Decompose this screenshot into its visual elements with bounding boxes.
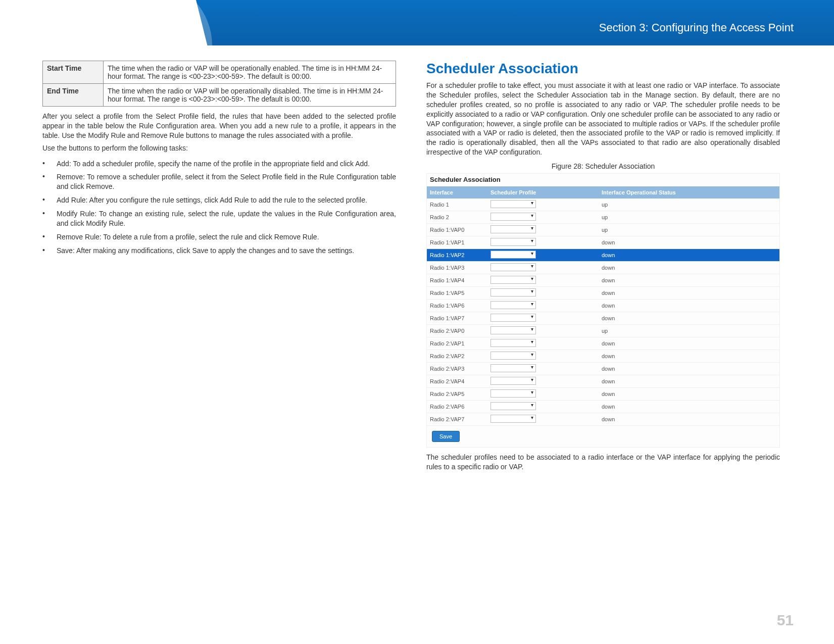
- col-interface: Interface: [430, 189, 490, 195]
- profile-dropdown[interactable]: [490, 364, 536, 372]
- profile-dropdown[interactable]: [490, 213, 536, 221]
- profile-dropdown[interactable]: [490, 276, 536, 284]
- profile-cell: [490, 276, 602, 285]
- profile-cell: [490, 339, 602, 348]
- col-scheduler-profile: Scheduler Profile: [490, 189, 602, 195]
- col-operational-status: Interface Operational Status: [602, 189, 776, 195]
- status-cell: up: [602, 214, 776, 220]
- profile-dropdown[interactable]: [490, 389, 536, 398]
- bullet-icon: •: [42, 172, 47, 191]
- status-cell: down: [602, 391, 776, 397]
- profile-dropdown[interactable]: [490, 339, 536, 347]
- list-item: •Remove: To remove a scheduler profile, …: [42, 170, 396, 193]
- status-cell: down: [602, 252, 776, 258]
- task-text: Remove: To remove a scheduler profile, s…: [57, 172, 396, 191]
- profile-dropdown[interactable]: [490, 402, 536, 410]
- scheduler-row[interactable]: Radio 2:VAP6down: [427, 401, 779, 413]
- status-cell: down: [602, 366, 776, 372]
- profile-dropdown[interactable]: [490, 225, 536, 233]
- scheduler-row[interactable]: Radio 1:VAP7down: [427, 312, 779, 325]
- profile-dropdown[interactable]: [490, 200, 536, 208]
- scheduler-row[interactable]: Radio 2up: [427, 211, 779, 224]
- status-cell: down: [602, 315, 776, 321]
- profile-dropdown[interactable]: [490, 415, 536, 423]
- scheduler-row[interactable]: Radio 1:VAP1down: [427, 236, 779, 249]
- table-row: Start Time The time when the radio or VA…: [43, 61, 396, 84]
- status-cell: down: [602, 378, 776, 384]
- scheduler-row[interactable]: Radio 2:VAP2down: [427, 350, 779, 363]
- figure-heading: Scheduler Association: [430, 176, 779, 183]
- bullet-icon: •: [42, 195, 47, 205]
- profile-dropdown[interactable]: [490, 251, 536, 259]
- iface-cell: Radio 1: [430, 202, 490, 208]
- save-button[interactable]: Save: [432, 431, 460, 442]
- profile-cell: [490, 225, 602, 234]
- status-cell: down: [602, 290, 776, 296]
- task-text: Add Rule: After you configure the rule s…: [57, 195, 396, 205]
- status-cell: down: [602, 277, 776, 283]
- profile-cell: [490, 377, 602, 386]
- right-paragraph-2: The scheduler profiles need to be associ…: [426, 453, 780, 472]
- table-row: End Time The time when the radio or VAP …: [43, 84, 396, 107]
- status-cell: down: [602, 353, 776, 359]
- profile-dropdown[interactable]: [490, 301, 536, 309]
- profile-cell: [490, 288, 602, 298]
- scheduler-row[interactable]: Radio 2:VAP3down: [427, 363, 779, 375]
- profile-dropdown[interactable]: [490, 238, 536, 246]
- profile-cell: [490, 352, 602, 361]
- iface-cell: Radio 2:VAP7: [430, 416, 490, 422]
- left-paragraph-2: Use the buttons to perform the following…: [42, 143, 396, 153]
- scheduler-row[interactable]: Radio 2:VAP4down: [427, 375, 779, 388]
- iface-cell: Radio 1:VAP3: [430, 265, 490, 271]
- scheduler-row[interactable]: Radio 1:VAP3down: [427, 262, 779, 274]
- row-name: End Time: [43, 84, 104, 107]
- scheduler-row[interactable]: Radio 2:VAP0up: [427, 325, 779, 337]
- profile-cell: [490, 326, 602, 335]
- profile-dropdown[interactable]: [490, 263, 536, 271]
- right-paragraph-1: For a scheduler profile to take effect, …: [426, 81, 780, 157]
- scheduler-row[interactable]: Radio 1:VAP0up: [427, 224, 779, 236]
- iface-cell: Radio 2:VAP2: [430, 353, 490, 359]
- profile-dropdown[interactable]: [490, 288, 536, 296]
- status-cell: up: [602, 202, 776, 208]
- page-number: 51: [777, 612, 794, 629]
- profile-dropdown[interactable]: [490, 314, 536, 322]
- profile-dropdown[interactable]: [490, 326, 536, 334]
- profile-cell: [490, 415, 602, 424]
- iface-cell: Radio 2:VAP3: [430, 366, 490, 372]
- status-cell: down: [602, 404, 776, 410]
- task-text: Add: To add a scheduler profile, specify…: [57, 159, 396, 169]
- iface-cell: Radio 2:VAP4: [430, 378, 490, 384]
- iface-cell: Radio 2:VAP0: [430, 328, 490, 334]
- profile-cell: [490, 364, 602, 373]
- scheduler-row[interactable]: Radio 1:VAP6down: [427, 300, 779, 312]
- profile-dropdown[interactable]: [490, 352, 536, 360]
- task-text: Remove Rule: To delete a rule from a pro…: [57, 232, 396, 242]
- iface-cell: Radio 2:VAP5: [430, 391, 490, 397]
- section-title: Section 3: Configuring the Access Point: [599, 21, 794, 34]
- profile-cell: [490, 389, 602, 399]
- profile-dropdown[interactable]: [490, 377, 536, 385]
- left-column: Start Time The time when the radio or VA…: [42, 61, 396, 472]
- scheduler-row[interactable]: Radio 1:VAP2down: [427, 249, 779, 262]
- scheduler-row[interactable]: Radio 1:VAP4down: [427, 274, 779, 287]
- iface-cell: Radio 1:VAP2: [430, 252, 490, 258]
- scheduler-row[interactable]: Radio 1:VAP5down: [427, 287, 779, 300]
- scheduler-row[interactable]: Radio 2:VAP1down: [427, 337, 779, 350]
- list-item: •Modify Rule: To change an existing rule…: [42, 207, 396, 230]
- brand-label: Linksys: [42, 21, 81, 34]
- figure-table-header: Interface Scheduler Profile Interface Op…: [427, 186, 779, 199]
- profile-cell: [490, 213, 602, 222]
- task-list: •Add: To add a scheduler profile, specif…: [42, 157, 396, 258]
- scheduler-row[interactable]: Radio 2:VAP7down: [427, 413, 779, 426]
- scheduler-row[interactable]: Radio 2:VAP5down: [427, 388, 779, 401]
- status-cell: down: [602, 340, 776, 346]
- list-item: •Add: To add a scheduler profile, specif…: [42, 157, 396, 171]
- profile-cell: [490, 238, 602, 247]
- row-name: Start Time: [43, 61, 104, 84]
- right-column: Scheduler Association For a scheduler pr…: [426, 61, 780, 472]
- profile-cell: [490, 301, 602, 310]
- iface-cell: Radio 1:VAP5: [430, 290, 490, 296]
- bullet-icon: •: [42, 159, 47, 169]
- scheduler-row[interactable]: Radio 1up: [427, 199, 779, 211]
